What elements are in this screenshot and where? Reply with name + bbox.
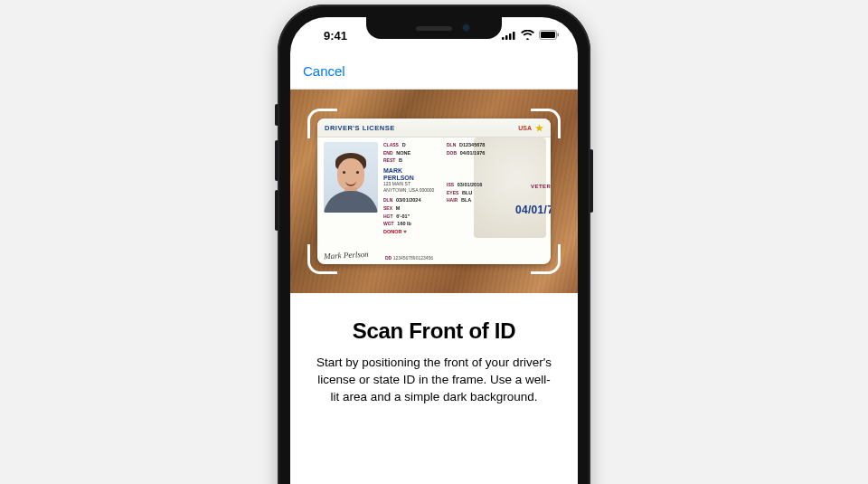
instructions-panel: Scan Front of ID Start by positioning th… (290, 293, 578, 484)
instructions-body: Start by positioning the front of your d… (314, 355, 554, 406)
volume-up-button (275, 140, 278, 181)
instructions-title: Scan Front of ID (314, 318, 554, 344)
front-camera (462, 24, 470, 32)
status-icons (502, 29, 560, 43)
heart-icon: ♥ (403, 229, 407, 234)
volume-down-button (275, 190, 278, 231)
id-dob-large: 04/01/76 (515, 204, 551, 216)
status-time: 9:41 (308, 29, 363, 43)
stage: 9:41 Cancel (0, 0, 868, 484)
scan-corner-bl (307, 244, 337, 274)
svg-rect-3 (513, 32, 515, 40)
speaker-grille (416, 26, 452, 31)
svg-rect-5 (541, 32, 555, 38)
id-first-name: MARK (383, 167, 439, 174)
silent-switch (275, 104, 278, 126)
scan-corner-tl (307, 109, 337, 138)
svg-rect-6 (558, 33, 560, 36)
id-veteran: VETERAN (531, 184, 551, 189)
svg-rect-0 (502, 37, 505, 40)
power-button (590, 149, 593, 213)
scan-corner-tr (531, 109, 561, 138)
id-donor: DONOR (383, 229, 401, 234)
phone-screen: 9:41 Cancel (290, 17, 578, 484)
camera-viewport[interactable]: DRIVER'S LICENSE USA ★ CLASS D (290, 90, 578, 293)
phone-notch (366, 17, 502, 39)
navigation-bar: Cancel (290, 53, 578, 90)
svg-rect-1 (505, 35, 508, 40)
battery-icon (539, 29, 560, 43)
id-last-name: PERLSON (383, 175, 439, 181)
wifi-icon (521, 29, 534, 43)
svg-rect-2 (509, 33, 512, 40)
cancel-button[interactable]: Cancel (303, 63, 345, 79)
phone-frame: 9:41 Cancel (278, 5, 590, 484)
id-address-2: ANYTOWN, USA 000000 (383, 188, 439, 194)
cellular-signal-icon (502, 29, 516, 43)
